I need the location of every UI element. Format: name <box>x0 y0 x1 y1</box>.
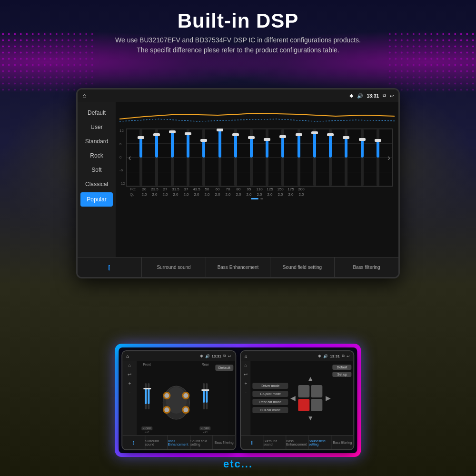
q-15: 2.0 <box>286 192 296 197</box>
eq-bar-1[interactable] <box>136 129 146 186</box>
mini-tab-bf-1[interactable]: Bass filtering <box>213 436 235 449</box>
mini-vol-dn-1[interactable]: - <box>129 390 130 395</box>
mini-back-icon-1[interactable]: ↩ <box>228 354 231 358</box>
mini-time-1: 13:31 <box>212 354 221 358</box>
tab-sound-field[interactable]: Sound field setting <box>270 258 335 277</box>
screen-body: Default User Standard Rock Soft Classica… <box>78 102 398 257</box>
sidebar-item-default[interactable]: Default <box>78 106 116 120</box>
svg-point-8 <box>164 393 169 398</box>
car-right-panel <box>400 95 476 238</box>
mini-home-icon-2b[interactable]: ⌂ <box>244 363 247 368</box>
front-label: Front <box>143 363 151 366</box>
eq-bar-12[interactable] <box>310 129 319 186</box>
front-slider-l[interactable] <box>145 383 147 409</box>
fc-80: 80 <box>234 187 243 191</box>
mini-tab-bass-1[interactable]: Bass Enhancement <box>168 436 190 449</box>
driver-mode-btn[interactable]: Driver mode <box>253 383 288 389</box>
screen-icon[interactable]: ⧉ <box>383 93 386 99</box>
seat-rr[interactable] <box>311 399 323 411</box>
sidebar-item-rock[interactable]: Rock <box>78 149 116 163</box>
q-1: 2.0 <box>139 192 149 197</box>
copilot-mode-btn[interactable]: Co-pilot mode <box>253 391 288 397</box>
mini-tab-bass-2[interactable]: Bass Enhancement <box>286 436 309 449</box>
mini-tab-eq-2[interactable]: ⫿ <box>241 436 264 449</box>
eq-bar-4[interactable] <box>183 129 193 186</box>
tab-eq[interactable]: ⫿ <box>78 258 142 277</box>
mini-tab-surround-2[interactable]: Surround sound <box>264 436 287 449</box>
mini-screen-icon-1[interactable]: ⧉ <box>223 354 226 358</box>
eq-bar-6[interactable] <box>215 129 225 186</box>
mini-home-icon-2[interactable]: ⌂ <box>245 354 248 359</box>
sidebar-item-standard[interactable]: Standard <box>78 134 116 149</box>
tab-bass-filtering[interactable]: Bass filtering <box>335 258 398 277</box>
eq-bar-10[interactable] <box>278 129 288 186</box>
full-car-mode-btn[interactable]: Full car mode <box>253 407 288 413</box>
fc-row: FC: 20 23.5 27 31.5 37 43.5 50 60 70 80 … <box>119 187 395 192</box>
sf-left-arrow[interactable]: ◀ <box>290 394 296 402</box>
sf-default-btn[interactable]: Default <box>333 365 352 370</box>
mini-back-icon-2b[interactable]: ↩ <box>244 372 248 377</box>
tab-surround[interactable]: Surround sound <box>142 258 206 277</box>
surround-layout: Front <box>139 363 233 433</box>
rear-slider-l[interactable] <box>203 383 205 409</box>
eq-bar-2[interactable] <box>152 129 161 186</box>
sidebar-item-popular[interactable]: Popular <box>80 192 113 207</box>
eq-bar-16[interactable] <box>373 129 383 186</box>
mini-bottom-tabs-1: ⫿ Surround sound Bass Enhancement Sound … <box>122 435 235 449</box>
eq-bar-5[interactable] <box>199 129 208 186</box>
rear-car-mode-btn[interactable]: Rear car mode <box>253 399 288 405</box>
mini-home-icon-1b[interactable]: ⌂ <box>128 363 131 368</box>
back-icon[interactable]: ↩ <box>390 93 394 99</box>
mini-tab-eq-1[interactable]: ⫿ <box>122 436 145 449</box>
eq-next-arrow[interactable]: › <box>387 153 390 163</box>
eq-bar-13[interactable] <box>326 129 335 186</box>
eq-bar-9[interactable] <box>262 129 272 186</box>
home-icon[interactable]: ⌂ <box>82 92 86 99</box>
mini-tab-bf-2[interactable]: Bass filtering <box>331 436 354 449</box>
eq-bar-14[interactable] <box>341 129 351 186</box>
q-9: 2.0 <box>223 192 233 197</box>
sf-action-btns: Default Set up <box>333 363 352 433</box>
status-left: ⌂ <box>82 92 86 99</box>
sf-setup-btn[interactable]: Set up <box>333 372 352 377</box>
mini-home-icon-1[interactable]: ⌂ <box>126 354 129 359</box>
sidebar-item-user[interactable]: User <box>78 120 116 134</box>
eq-bar-3[interactable] <box>168 129 177 186</box>
sf-up-arrow[interactable]: ▲ <box>307 375 314 382</box>
eq-bar-15[interactable] <box>357 129 367 186</box>
q-8: 2.0 <box>213 192 222 197</box>
q-4: 2.0 <box>171 192 180 197</box>
mini-vol-dn-2[interactable]: - <box>245 390 247 395</box>
sf-right-arrow[interactable]: ▶ <box>326 394 331 402</box>
sf-down-arrow[interactable]: ▼ <box>307 414 314 422</box>
q-2: 2.0 <box>150 192 159 197</box>
mini-tab-sf-2[interactable]: Sound field setting <box>309 436 332 449</box>
grid-label-neg12: -12 <box>119 181 125 186</box>
mini-tab-sf-1[interactable]: Sound field setting <box>190 436 213 449</box>
seat-fl[interactable] <box>298 385 310 397</box>
front-sliders: Front <box>139 363 155 433</box>
rear-slider-r[interactable] <box>206 383 208 409</box>
mini-vol-up-1[interactable]: + <box>128 381 131 386</box>
mini-time-2: 13:31 <box>330 354 339 358</box>
seat-rl[interactable] <box>298 399 310 411</box>
main-screen: ⌂ ✱ 🔊 13:31 ⧉ ↩ Default User Standard Ro… <box>76 88 400 278</box>
eq-prev-arrow[interactable]: ‹ <box>129 153 131 163</box>
front-slider-r[interactable] <box>148 383 149 409</box>
mini-tab-surround-1[interactable]: Surround sound <box>145 436 168 449</box>
eq-bar-11[interactable] <box>294 129 304 186</box>
tab-bass-enhancement[interactable]: Bass Enhancement <box>206 258 270 277</box>
eq-bar-7[interactable] <box>231 129 240 186</box>
eq-bar-8[interactable] <box>247 129 256 186</box>
seat-fr[interactable] <box>311 385 323 397</box>
sidebar-item-classical[interactable]: Classical <box>78 177 116 191</box>
default-button-1[interactable]: Default <box>216 365 233 371</box>
bluetooth-icon: ✱ <box>349 93 353 99</box>
mini-vol-up-2[interactable]: + <box>244 381 247 386</box>
fc-31: 31.5 <box>171 187 180 191</box>
mini-screen-icon-2[interactable]: ⧉ <box>342 354 345 358</box>
mini-back-icon-2[interactable]: ↩ <box>347 354 350 358</box>
eq-curve <box>119 105 395 129</box>
mini-back-icon-1b[interactable]: ↩ <box>128 372 131 377</box>
sidebar-item-soft[interactable]: Soft <box>78 163 116 177</box>
